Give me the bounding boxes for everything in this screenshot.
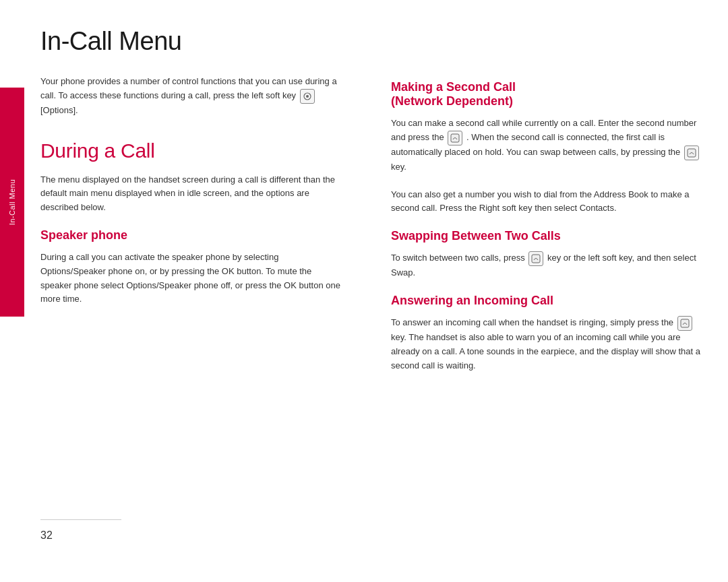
answering-heading: Answering an Incoming Call bbox=[391, 294, 701, 308]
swapping-heading: Swapping Between Two Calls bbox=[391, 229, 701, 243]
making-second-call-body2: You can also get a number you wish to di… bbox=[391, 188, 701, 216]
making-second-call-heading-line2: (Network Dependent) bbox=[391, 94, 513, 108]
svg-point-1 bbox=[306, 95, 309, 98]
making-second-call-heading: Making a Second Call (Network Dependent) bbox=[391, 80, 701, 108]
during-a-call-body: The menu displayed on the handset screen… bbox=[40, 173, 344, 215]
page-number: 32 bbox=[40, 529, 53, 542]
send-key-icon-2 bbox=[684, 146, 699, 160]
send-key-icon-1 bbox=[448, 131, 462, 146]
intro-text: Your phone provides a number of control … bbox=[40, 75, 344, 118]
making-second-call-body1: You can make a second call while current… bbox=[391, 117, 701, 174]
main-content: In-Call Menu Your phone provides a numbe… bbox=[40, 27, 701, 555]
options-key-icon bbox=[300, 89, 315, 104]
send-key-icon-4 bbox=[677, 316, 692, 331]
sidebar-tab: In-Call Menu bbox=[0, 88, 24, 317]
page-title: In-Call Menu bbox=[40, 27, 701, 56]
during-a-call-heading: During a Call bbox=[40, 139, 344, 162]
right-column: Making a Second Call (Network Dependent)… bbox=[384, 75, 701, 386]
answering-body: To answer an incoming call when the hand… bbox=[391, 316, 701, 373]
swapping-body: To switch between two calls, press key o… bbox=[391, 251, 701, 280]
two-columns-layout: Your phone provides a number of control … bbox=[40, 75, 701, 386]
left-column: Your phone provides a number of control … bbox=[40, 75, 357, 386]
page-container: In-Call Menu In-Call Menu Your phone pro… bbox=[0, 0, 728, 582]
bottom-divider bbox=[40, 519, 121, 520]
sidebar-label: In-Call Menu bbox=[8, 179, 16, 225]
speaker-phone-body: During a call you can activate the speak… bbox=[40, 251, 344, 306]
send-key-icon-3 bbox=[528, 251, 543, 266]
making-second-call-heading-line1: Making a Second Call bbox=[391, 80, 516, 94]
speaker-phone-heading: Speaker phone bbox=[40, 228, 344, 243]
